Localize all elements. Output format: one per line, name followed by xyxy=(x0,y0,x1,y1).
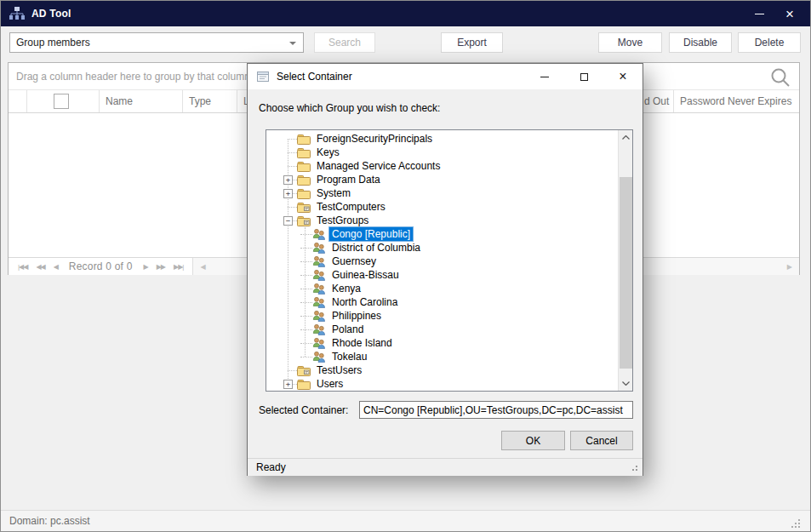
selected-container-label: Selected Container: xyxy=(259,404,348,416)
dialog-maximize-button[interactable] xyxy=(564,64,603,89)
move-button[interactable]: Move xyxy=(598,32,662,53)
cancel-button[interactable]: Cancel xyxy=(570,431,633,450)
expand-icon[interactable]: + xyxy=(283,380,293,389)
form-icon xyxy=(256,70,270,83)
collapse-icon[interactable]: − xyxy=(283,216,293,226)
tree-item-label: Guernsey xyxy=(329,255,379,268)
container-tree: ForeignSecurityPrincipalsKeysManaged Ser… xyxy=(266,129,633,392)
tree-item-label: Poland xyxy=(329,323,366,336)
tree-item[interactable]: Guernsey xyxy=(266,255,618,268)
tree-item[interactable]: −TestGroups xyxy=(266,214,618,227)
tree-item[interactable]: ForeignSecurityPrincipals xyxy=(266,132,618,146)
ou-folder-icon xyxy=(297,215,311,226)
search-type-value: Group members xyxy=(16,37,90,49)
domain-status-text: Domain: pc.assist xyxy=(9,515,90,527)
nav-button[interactable]: ▶▶ xyxy=(157,263,165,271)
dialog-minimize-button[interactable] xyxy=(525,64,564,89)
column-header-name[interactable]: Name xyxy=(100,90,183,112)
expand-icon[interactable]: + xyxy=(283,189,293,198)
record-count-text: Record 0 of 0 xyxy=(69,260,133,272)
group-icon xyxy=(312,283,326,295)
nav-button[interactable]: ▶▶| xyxy=(174,263,183,271)
nav-scroll-right-icon[interactable]: ▶ xyxy=(787,263,792,271)
column-header-clipped-right[interactable]: d Out xyxy=(643,90,674,112)
group-icon xyxy=(312,255,326,267)
scroll-down-icon[interactable] xyxy=(619,376,633,391)
tree-item-label: Guinea-Bissau xyxy=(329,268,402,282)
tree-item[interactable]: North Carolina xyxy=(266,295,618,309)
tree-item[interactable]: Managed Service Accounts xyxy=(266,159,618,173)
tree-item-label: Rhode Island xyxy=(329,336,395,350)
tree-item[interactable]: Philippines xyxy=(266,309,618,323)
close-icon: × xyxy=(619,69,626,84)
row-indicator-column xyxy=(9,90,27,112)
tree-item-label: District of Columbia xyxy=(329,241,423,255)
dialog-title-bar[interactable]: Select Container × xyxy=(248,64,643,89)
resize-grip[interactable] xyxy=(798,519,800,521)
tree-item-label: Managed Service Accounts xyxy=(314,159,443,173)
group-icon xyxy=(312,351,326,363)
close-button[interactable]: × xyxy=(773,1,807,26)
dialog-prompt: Choose which Group you wish to check: xyxy=(259,102,440,114)
tree-item[interactable]: Rhode Island xyxy=(266,336,618,350)
nav-button[interactable]: |◀◀ xyxy=(18,263,27,271)
group-icon xyxy=(312,242,326,254)
dialog-title: Select Container xyxy=(277,71,352,83)
tree-item-label: Program Data xyxy=(314,173,383,186)
chevron-down-icon xyxy=(289,42,296,45)
folder-icon xyxy=(297,187,311,199)
ou-folder-icon xyxy=(297,364,311,376)
folder-icon xyxy=(297,174,311,186)
tree-item[interactable]: Keys xyxy=(266,146,618,159)
tree-scrollbar[interactable] xyxy=(618,130,632,391)
search-type-dropdown[interactable]: Group members xyxy=(9,32,304,53)
disable-button[interactable]: Disable xyxy=(669,32,732,53)
app-window: AD Tool × Group members Search Export Mo… xyxy=(0,0,811,532)
tree-item-label: System xyxy=(314,186,353,200)
tree-item[interactable]: Guinea-Bissau xyxy=(266,268,618,282)
search-icon[interactable] xyxy=(768,66,792,89)
export-button[interactable]: Export xyxy=(441,32,503,53)
search-button[interactable]: Search xyxy=(314,32,375,53)
maximize-icon xyxy=(580,73,588,81)
tree-item[interactable]: TestUsers xyxy=(266,363,618,377)
tree-item[interactable]: Tokelau xyxy=(266,350,618,363)
tree-item[interactable]: +System xyxy=(266,186,618,200)
tree-item[interactable]: Kenya xyxy=(266,282,618,295)
tree-item[interactable]: +Users xyxy=(266,377,618,391)
tree-item-label: North Carolina xyxy=(329,295,400,309)
selected-container-field[interactable]: CN=Congo [Republic],OU=TestGroups,DC=pc,… xyxy=(359,401,633,419)
tree-item[interactable]: +Program Data xyxy=(266,173,618,186)
expand-icon[interactable]: + xyxy=(283,175,293,185)
tree-item[interactable]: Congo [Republic] xyxy=(266,227,618,241)
column-header-password-never-expires[interactable]: Password Never Expires xyxy=(674,90,800,112)
nav-button[interactable]: ▶ xyxy=(144,263,148,271)
tree-item[interactable]: District of Columbia xyxy=(266,241,618,255)
nav-button[interactable]: ◀ xyxy=(54,263,58,271)
window-title: AD Tool xyxy=(31,8,71,20)
delete-button[interactable]: Delete xyxy=(738,32,801,53)
nav-scroll-left-icon[interactable]: ◀ xyxy=(200,263,205,271)
title-bar: AD Tool × xyxy=(1,1,810,26)
close-icon: × xyxy=(785,7,794,21)
tree-item-label: Kenya xyxy=(329,282,363,295)
org-chart-icon xyxy=(9,7,25,20)
record-navigator-buttons: |◀◀◀◀◀Record 0 of 0▶▶▶▶▶| xyxy=(9,258,193,275)
tree-item[interactable]: Poland xyxy=(266,323,618,336)
group-icon xyxy=(312,228,326,240)
tree-item[interactable]: TestComputers xyxy=(266,200,618,214)
column-header-type[interactable]: Type xyxy=(183,90,237,112)
scroll-up-icon[interactable] xyxy=(619,130,633,145)
nav-button[interactable]: ◀◀ xyxy=(36,263,44,271)
tree-item-label: ForeignSecurityPrincipals xyxy=(314,132,435,146)
tree-item-label: Users xyxy=(314,377,346,391)
minimize-button[interactable] xyxy=(742,1,776,26)
dialog-status-text: Ready xyxy=(256,461,286,473)
dialog-close-button[interactable]: × xyxy=(603,64,643,89)
scrollbar-thumb[interactable] xyxy=(620,177,632,369)
dialog-resize-grip[interactable] xyxy=(636,466,637,467)
ou-folder-icon xyxy=(297,201,311,213)
ok-button[interactable]: OK xyxy=(501,431,565,450)
minimize-icon xyxy=(540,77,549,77)
select-all-checkbox[interactable] xyxy=(54,94,69,109)
